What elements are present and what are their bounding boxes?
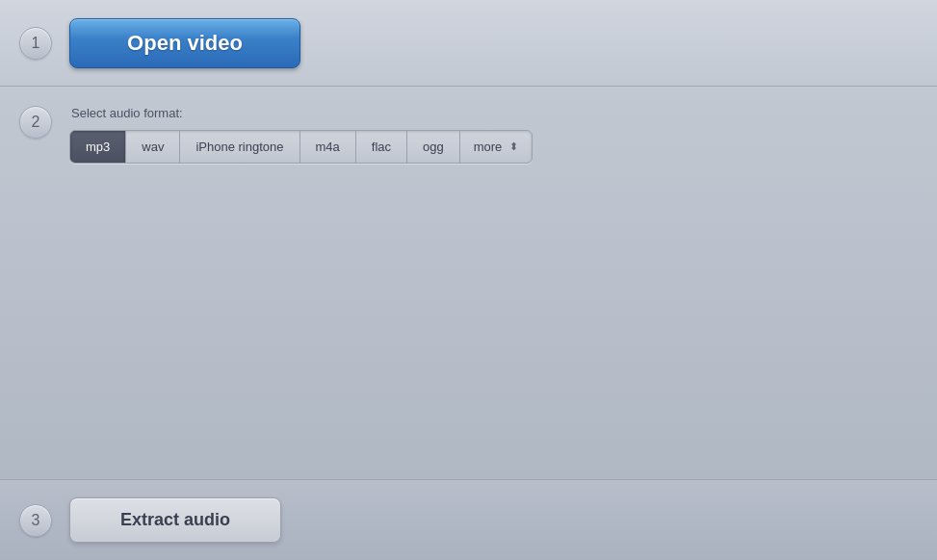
section-1: 1 Open video (0, 0, 937, 87)
section-2: 2 Select audio format: mp3 wav iPhone ri… (0, 87, 937, 480)
open-video-button[interactable]: Open video (69, 18, 300, 68)
format-btn-wav[interactable]: wav (126, 131, 180, 163)
step-2-circle: 2 (19, 106, 52, 139)
more-dropdown-wrapper[interactable]: more ⬍ (460, 131, 533, 163)
format-bar: mp3 wav iPhone ringtone m4a flac ogg mor… (69, 130, 533, 164)
format-btn-mp3[interactable]: mp3 (70, 131, 126, 163)
format-btn-iphone-ringtone[interactable]: iPhone ringtone (180, 131, 299, 163)
section-3: 3 Extract audio (0, 480, 937, 560)
app-container: 1 Open video 2 Select audio format: mp3 … (0, 0, 937, 560)
format-btn-m4a[interactable]: m4a (300, 131, 356, 163)
select-format-label: Select audio format: (71, 106, 533, 120)
step-1-number: 1 (32, 35, 40, 52)
step-3-circle: 3 (19, 504, 52, 537)
dropdown-arrow-icon: ⬍ (508, 132, 528, 162)
step-1-circle: 1 (19, 27, 52, 60)
section-2-content: Select audio format: mp3 wav iPhone ring… (69, 106, 533, 164)
format-btn-ogg[interactable]: ogg (407, 131, 460, 163)
extract-audio-button[interactable]: Extract audio (69, 497, 281, 543)
step-3-number: 3 (32, 512, 40, 529)
step-2-number: 2 (32, 114, 40, 131)
more-label: more (460, 131, 508, 163)
format-btn-flac[interactable]: flac (356, 131, 407, 163)
